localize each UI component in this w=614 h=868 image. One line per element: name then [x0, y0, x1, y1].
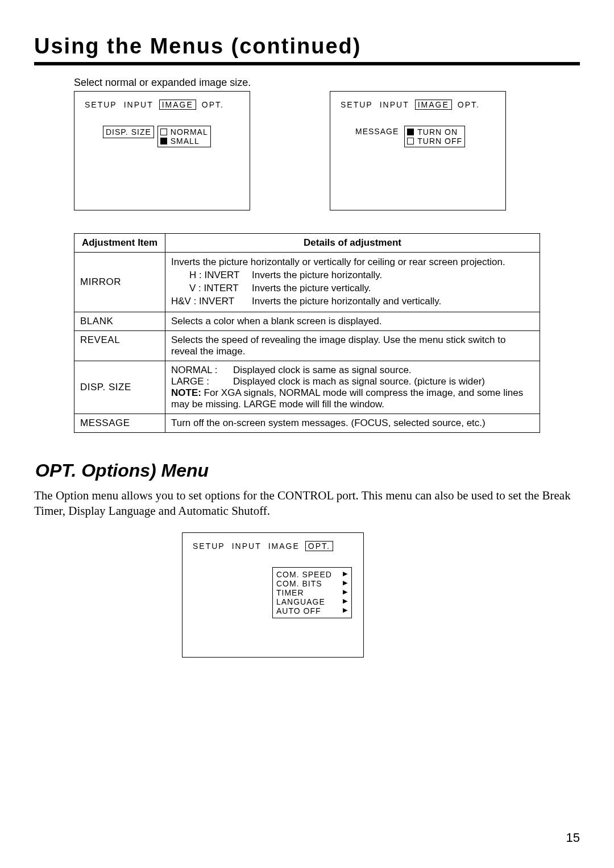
- checkbox-empty-icon: [407, 138, 414, 144]
- arrow-right-icon: ▶: [343, 579, 348, 588]
- intro-text: Select normal or expanded image size.: [74, 77, 580, 89]
- osd-left-label: MESSAGE: [353, 126, 401, 137]
- mirror-v-label: V : INTERT: [189, 282, 252, 295]
- checkbox-filled-icon: [160, 138, 167, 144]
- disp-large-text: Displayed clock is mach as signal source…: [233, 376, 485, 387]
- checkbox-empty-icon: [160, 129, 167, 135]
- tab-opt: OPT.: [457, 100, 481, 110]
- osd-option-normal: NORMAL: [160, 127, 208, 137]
- tab-image: IMAGE: [415, 100, 452, 110]
- table-row: REVEAL Selects the speed of revealing th…: [74, 330, 540, 361]
- tab-input: INPUT: [231, 541, 263, 551]
- cell-details: Turn off the on-screen system messages. …: [165, 414, 540, 432]
- arrow-right-icon: ▶: [343, 597, 348, 606]
- section-heading-opt: OPT. Options) Menu: [35, 460, 580, 481]
- opt-item: TIMER▶: [276, 588, 348, 597]
- osd-option-turn-off: TURN OFF: [407, 137, 462, 146]
- note-label: NOTE:: [171, 387, 201, 398]
- mirror-h-label: H : INVERT: [189, 269, 252, 282]
- cell-name: DISP. SIZE: [74, 361, 165, 414]
- tab-image: IMAGE: [267, 541, 301, 551]
- checkbox-filled-icon: [407, 129, 414, 135]
- arrow-right-icon: ▶: [343, 570, 348, 579]
- cell-details: Inverts the picture horizontally or vert…: [165, 253, 540, 312]
- osd-option-small: SMALL: [160, 137, 208, 146]
- mirror-line0: Inverts the picture horizontally or vert…: [171, 256, 534, 269]
- opt-label: LANGUAGE: [276, 597, 325, 606]
- cell-name: MIRROR: [74, 253, 165, 312]
- tab-image: IMAGE: [159, 100, 196, 110]
- tab-setup: SETUP: [339, 100, 374, 110]
- opt-label: COM. SPEED: [276, 570, 332, 579]
- arrow-right-icon: ▶: [343, 588, 348, 597]
- table-row: MESSAGE Turn off the on-screen system me…: [74, 414, 540, 432]
- title-rule: [34, 62, 580, 65]
- table-row: DISP. SIZE NORMAL : Displayed clock is s…: [74, 361, 540, 414]
- tab-setup: SETUP: [84, 100, 118, 110]
- mirror-hv-text: Inverts the picture horizontally and ver…: [252, 296, 441, 307]
- page-title: Using the Menus (continued): [34, 34, 580, 59]
- opt-label: TIMER: [276, 588, 304, 597]
- mirror-hv-label: H&V : INVERT: [171, 295, 252, 308]
- osd-opt: SETUP INPUT IMAGE OPT. COM. SPEED▶ COM. …: [182, 532, 364, 658]
- osd-disp-size: SETUP INPUT IMAGE OPT. DISP. SIZE NORMAL…: [74, 91, 250, 210]
- arrow-right-icon: ▶: [343, 606, 348, 615]
- opt-item: LANGUAGE▶: [276, 597, 348, 606]
- option-label: TURN OFF: [417, 137, 462, 146]
- osd-message: SETUP INPUT IMAGE OPT. MESSAGE TURN ON T…: [330, 91, 506, 210]
- cell-name: REVEAL: [74, 330, 165, 361]
- disp-large-label: LARGE :: [171, 376, 222, 387]
- disp-normal-text: Displayed clock is same as signal source…: [233, 365, 412, 375]
- note-text: For XGA signals, NORMAL mode will compre…: [171, 387, 523, 410]
- cell-name: MESSAGE: [74, 414, 165, 432]
- cell-name: BLANK: [74, 312, 165, 330]
- section-body: The Option menu allows you to set option…: [34, 488, 580, 519]
- option-label: SMALL: [171, 137, 200, 146]
- tab-opt: OPT.: [305, 541, 333, 551]
- cell-details: Selects the speed of revealing the image…: [165, 330, 540, 361]
- tab-setup: SETUP: [192, 541, 226, 551]
- osd-option-turn-on: TURN ON: [407, 127, 462, 137]
- cell-details: NORMAL : Displayed clock is same as sign…: [165, 361, 540, 414]
- table-row: BLANK Selects a color when a blank scree…: [74, 312, 540, 330]
- opt-item: COM. SPEED▶: [276, 570, 348, 579]
- mirror-v-text: Inverts the picture vertically.: [252, 283, 371, 294]
- opt-label: COM. BITS: [276, 579, 322, 588]
- mirror-h-text: Inverts the picture horizontally.: [252, 270, 382, 280]
- option-label: TURN ON: [417, 127, 458, 137]
- opt-item: COM. BITS▶: [276, 579, 348, 588]
- opt-label: AUTO OFF: [276, 606, 321, 615]
- option-label: NORMAL: [171, 127, 208, 137]
- osd-left-label: DISP. SIZE: [103, 126, 154, 138]
- adjustment-table: Adjustment Item Details of adjustment MI…: [74, 233, 540, 433]
- tab-opt: OPT.: [201, 100, 225, 110]
- page-number: 15: [566, 830, 580, 845]
- th-adjustment-item: Adjustment Item: [74, 234, 165, 253]
- cell-details: Selects a color when a blank screen is d…: [165, 312, 540, 330]
- th-details: Details of adjustment: [165, 234, 540, 253]
- opt-item: AUTO OFF▶: [276, 606, 348, 615]
- tab-input: INPUT: [123, 100, 155, 110]
- tab-input: INPUT: [379, 100, 410, 110]
- table-row: MIRROR Inverts the picture horizontally …: [74, 253, 540, 312]
- disp-normal-label: NORMAL :: [171, 365, 222, 376]
